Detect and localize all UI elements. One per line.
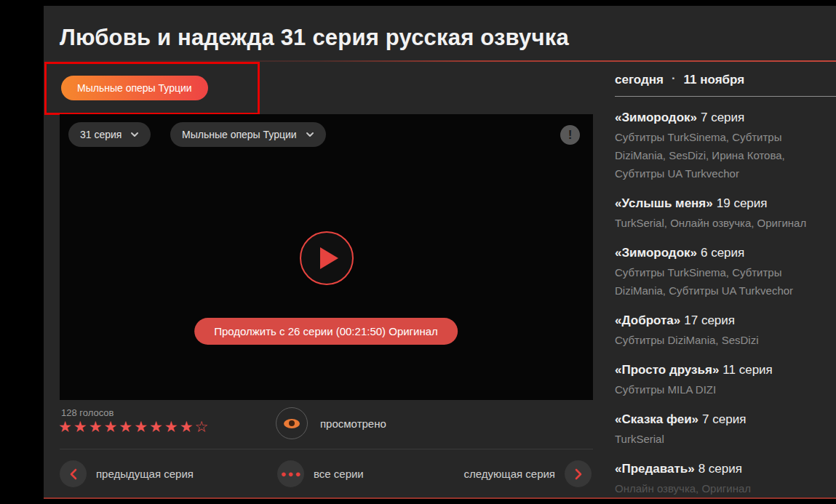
episode-title: «Зимородок»7 серия [615, 109, 826, 127]
votes-count: 128 голосов [61, 407, 114, 418]
dot-separator: · [672, 71, 676, 86]
show-name: «Зимородок» [615, 246, 697, 260]
show-name: «Услышь меня» [615, 196, 713, 210]
episode-number: 6 серия [701, 246, 744, 260]
episode-dropdown-value: 31 серия [80, 129, 122, 140]
category-dropdown[interactable]: Мыльные оперы Турции [170, 122, 326, 147]
eye-icon [284, 419, 300, 428]
next-episode-button[interactable]: следующая серия [464, 460, 592, 487]
star-filled-icon[interactable]: ★ [180, 418, 195, 435]
episode-list-item[interactable]: «Услышь меня»19 серия TurkSerial, Онлайн… [615, 195, 826, 232]
episode-number: 7 серия [702, 412, 746, 426]
video-player[interactable]: 31 серия Мыльные оперы Турции ! Продолжи… [60, 114, 593, 400]
chevron-down-icon [130, 132, 139, 137]
episode-voiceovers: Онлайн озвучка, Оригинал [615, 479, 813, 497]
page-title: Любовь и надежда 31 серия русская озвучк… [60, 25, 569, 51]
star-filled-icon[interactable]: ★ [58, 418, 73, 435]
chevron-right-icon [565, 460, 592, 487]
episode-voiceovers: Субтитры MILA DIZI [615, 380, 813, 399]
date-label: 11 ноября [684, 73, 745, 87]
episode-title: «Услышь меня»19 серия [615, 195, 826, 212]
next-episode-label: следующая серия [464, 468, 555, 480]
episode-list-item[interactable]: «Предавать»8 серия Онлайн озвучка, Ориги… [615, 460, 826, 497]
show-name: «Сказка феи» [615, 412, 698, 426]
episode-list-item[interactable]: «Зимородок»7 серия Субтитры TurkSinema, … [615, 109, 826, 183]
play-button[interactable] [300, 231, 354, 285]
star-empty-icon[interactable]: ☆ [194, 418, 210, 435]
watched-label: просмотрено [320, 417, 386, 430]
episode-voiceovers: TurkSerial [615, 430, 813, 448]
episode-voiceovers: Субтитры TurkSinema, Субтитры DiziMania,… [615, 263, 813, 300]
episode-list-item[interactable]: «Доброта»17 серия Субтитры DiziMania, Se… [615, 312, 826, 349]
star-filled-icon[interactable]: ★ [119, 418, 134, 435]
genre-tag-button[interactable]: Мыльные оперы Турции [61, 76, 208, 100]
all-episodes-label: все серии [314, 468, 364, 480]
episode-list-item[interactable]: «Зимородок»6 серия Субтитры TurkSinema, … [615, 244, 826, 300]
episode-dropdown[interactable]: 31 серия [68, 122, 151, 147]
today-label: сегодня [615, 73, 664, 87]
today-episodes-sidebar: сегодня·11 ноября «Зимородок»7 серия Суб… [615, 73, 826, 497]
previous-episode-button[interactable]: предыдущая серия [60, 460, 194, 487]
star-rating[interactable]: ★★★★★★★★★☆ [58, 418, 210, 436]
episode-number: 11 серия [722, 363, 772, 377]
episode-number: 7 серия [701, 111, 744, 124]
continue-watching-button[interactable]: Продолжить с 26 серии (00:21:50) Оригина… [194, 318, 458, 345]
show-name: «Просто друзья» [615, 363, 719, 377]
episode-voiceovers: Субтитры TurkSinema, Субтитры DiziMania,… [615, 128, 813, 183]
show-name: «Предавать» [615, 462, 695, 476]
star-filled-icon[interactable]: ★ [89, 418, 104, 435]
star-filled-icon[interactable]: ★ [73, 418, 89, 435]
title-divider [44, 60, 836, 62]
chevron-down-icon [306, 132, 314, 137]
star-filled-icon[interactable]: ★ [103, 418, 119, 435]
episode-title: «Предавать»8 серия [615, 460, 826, 478]
episode-list-item[interactable]: «Сказка феи»7 серия TurkSerial [615, 411, 826, 448]
category-dropdown-value: Мыльные оперы Турции [182, 129, 297, 140]
previous-episode-label: предыдущая серия [96, 468, 194, 480]
episode-list-item[interactable]: «Просто друзья»11 серия Субтитры MILA DI… [615, 361, 826, 399]
episode-title: «Сказка феи»7 серия [615, 411, 826, 428]
star-filled-icon[interactable]: ★ [164, 418, 180, 435]
episode-navigation: предыдущая серия ●●● все серии следующая… [60, 460, 593, 489]
episode-number: 19 серия [717, 196, 768, 210]
all-episodes-button[interactable]: ●●● все серии [277, 460, 364, 487]
report-issue-icon[interactable]: ! [560, 125, 580, 145]
episode-number: 17 серия [684, 313, 735, 327]
watched-toggle[interactable] [276, 407, 308, 439]
episode-title: «Зимородок»6 серия [615, 244, 826, 262]
show-name: «Зимородок» [615, 111, 697, 124]
episode-voiceovers: TurkSerial, Онлайн озвучка, Оригинал [615, 214, 813, 232]
star-filled-icon[interactable]: ★ [149, 418, 164, 435]
star-filled-icon[interactable]: ★ [134, 418, 149, 435]
episode-title: «Доброта»17 серия [615, 312, 826, 329]
ellipsis-icon: ●●● [277, 460, 304, 487]
sidebar-date-header: сегодня·11 ноября [615, 73, 826, 96]
sidebar-divider [615, 96, 836, 97]
chevron-left-icon [60, 460, 87, 487]
episode-number: 8 серия [698, 462, 742, 476]
show-name: «Доброта» [615, 313, 680, 327]
episode-title: «Просто друзья»11 серия [615, 361, 826, 379]
section-divider [60, 449, 593, 449]
episode-voiceovers: Субтитры DiziMania, SesDizi [615, 331, 813, 349]
play-icon [320, 247, 338, 269]
